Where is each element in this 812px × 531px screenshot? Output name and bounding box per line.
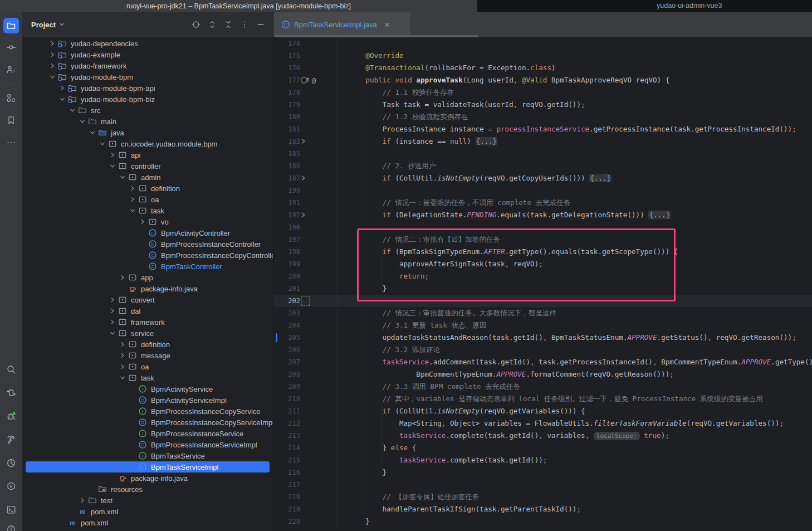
code-line-197[interactable]: 197 // 情况二：审批有【后】加签的任务 [273,233,812,246]
tree-item-bpmprocessinstancecopycontroller[interactable]: CBpmProcessInstanceCopyController [22,250,273,261]
tree-item-bpmtaskcontroller[interactable]: CBpmTaskController [22,261,273,272]
gutter[interactable]: 192 [273,209,336,221]
tree-item-definition[interactable]: definition [22,339,273,350]
code-line-175[interactable]: 175 @Override [273,50,812,62]
gutter[interactable]: 185 [273,148,336,160]
chevron-right-icon[interactable] [108,150,117,159]
chevron-down-icon[interactable] [88,128,97,137]
code-line-182[interactable]: 182 if (instance == null) {...} [273,135,812,148]
code-line-208[interactable]: 208 BpmCommentTypeEnum.APPROVE.formatCom… [273,368,812,381]
chevron-right-icon[interactable] [138,217,147,226]
gutter[interactable]: 199 [273,258,336,270]
tree-item-yudao-example[interactable]: yudao-example [22,49,273,60]
chevron-right-icon[interactable] [108,318,117,327]
code-line-220[interactable]: 220 } [273,515,812,528]
gutter[interactable]: 190 [273,184,336,197]
chevron-right-icon[interactable] [48,39,57,48]
code-line-192[interactable]: 192 if (DelegationState.PENDING.equals(t… [273,209,812,221]
chevron-right-icon[interactable] [48,50,57,59]
code-line-215[interactable]: 215 taskService.complete(task.getId()); [273,454,812,466]
gutter[interactable]: 206 [273,344,336,356]
horizontal-scrollbar-thumb[interactable] [275,35,478,37]
gutter[interactable]: 187 [273,172,336,184]
gutter-icons[interactable] [300,209,335,221]
gutter[interactable]: 179 [273,99,336,111]
change-marker[interactable] [276,333,277,342]
hide-icon[interactable] [256,20,265,29]
code-line-199[interactable]: 199 approveAfterSignTask(task, reqVO); [273,258,812,270]
code-line-176[interactable]: 176 @Transactional(rollbackFor = Excepti… [273,62,812,74]
project-panel-title[interactable]: Project [31,21,56,29]
gutter[interactable]: 215 [273,454,336,466]
tree-item[interactable] [22,528,273,531]
tree-item-java[interactable]: java [22,127,273,138]
services-icon[interactable] [3,479,19,494]
tree-item-bpmprocessinstanceserviceimpl[interactable]: CBpmProcessInstanceServiceImpl [22,439,273,450]
gutter[interactable]: 220 [273,515,336,528]
close-icon[interactable]: ✕ [384,21,390,29]
code-line-205[interactable]: 205 updateTaskStatusAndReason(task.getId… [273,332,812,344]
tree-item-bpmtaskservice[interactable]: IBpmTaskService [22,450,273,461]
gutter[interactable]: 203 [273,307,336,319]
tree-item-yudao-dependencies[interactable]: yudao-dependencies [22,38,273,49]
tree-item-bpmprocessinstancecopyservice[interactable]: IBpmProcessInstanceCopyService [22,406,273,417]
in-out-icon[interactable] [3,385,19,401]
code-line-196[interactable]: 196 [273,221,812,233]
gutter-icons[interactable] [300,135,335,148]
gutter[interactable]: 191 [273,197,336,209]
code-line-214[interactable]: 214 } else { [273,442,812,454]
locate-icon[interactable] [192,20,200,29]
structure-icon[interactable] [3,90,19,106]
chevron-down-icon[interactable] [98,139,107,148]
gutter[interactable]: 219 [273,503,336,515]
chevron-right-icon[interactable] [118,362,127,371]
gutter[interactable]: 180 [273,111,336,123]
tree-item-bpmprocessinstancecopyserviceimpl[interactable]: CBpmProcessInstanceCopyServiceImpl [22,417,273,428]
code-line-202[interactable]: 202 [273,295,812,307]
project-folder-icon[interactable] [3,18,19,33]
code-line-180[interactable]: 180 // 1.2 校验流程实例存在 [273,111,812,123]
chevron-down-icon[interactable] [58,95,67,104]
tree-item-resources[interactable]: resources [22,484,273,495]
tree-item-yudao-module-bpm-biz[interactable]: yudao-module-bpm-biz [22,94,273,105]
chevron-right-icon[interactable] [48,61,57,70]
code-line-212[interactable]: 212 Map<String, Object> variables = Flow… [273,417,812,430]
gutter[interactable]: 211 [273,405,336,417]
code-line-211[interactable]: 211 if (CollUtil.isNotEmpty(reqVO.getVar… [273,405,812,417]
code-line-177[interactable]: 177@ public void approveTask(Long userId… [273,74,812,86]
gutter[interactable]: 175 [273,50,336,62]
chevron-down-icon[interactable] [68,106,77,115]
chevron-down-icon[interactable] [128,206,137,215]
tree-item-bpmprocessinstancecontroller[interactable]: CBpmProcessInstanceController [22,238,273,250]
chevron-down-icon[interactable] [108,329,117,338]
code-line-191[interactable]: 191 // 情况一：被委派的任务，不调用 complete 去完成任务 [273,197,812,209]
code-line-198[interactable]: 198 if (BpmTaskSignTypeEnum.AFTER.getTyp… [273,246,812,258]
code-line-200[interactable]: 200 return; [273,270,812,282]
chevron-down-icon[interactable] [118,173,127,182]
more-icon[interactable] [3,135,19,150]
code-line-209[interactable]: 209 // 3.3 调用 BPM complete 去完成任务 [273,381,812,393]
gutter[interactable]: 207 [273,356,336,368]
gutter[interactable]: 196 [273,221,336,233]
code-line-207[interactable]: 207 taskService.addComment(task.getId(),… [273,356,812,368]
tree-item-bpmprocessinstanceservice[interactable]: IBpmProcessInstanceService [22,428,273,439]
code-editor[interactable]: 174 175 @Override176 @Transactional(roll… [273,37,812,531]
gutter[interactable]: 198 [273,246,336,258]
tree-item-bpmactivitycontroller[interactable]: CBpmActivityController [22,227,273,238]
tree-item-framework[interactable]: framework [22,316,273,328]
tree-item-task[interactable]: task [22,205,273,216]
chevron-right-icon[interactable] [128,195,137,204]
gutter[interactable]: 174 [273,37,336,50]
tree-item-bpmtaskserviceimpl[interactable]: CBpmTaskServiceImpl [26,461,270,472]
gutter[interactable]: 218 [273,491,336,503]
tree-item-dal[interactable]: dal [22,305,273,316]
gutter[interactable]: 217 [273,479,336,491]
chevron-right-icon[interactable] [118,340,127,349]
gutter[interactable]: 214 [273,442,336,454]
profiler-icon[interactable] [3,455,19,471]
chevron-right-icon[interactable] [78,496,87,505]
gutter[interactable]: 178 [273,86,336,99]
gutter[interactable]: 213 [273,430,336,442]
pull-requests-icon[interactable]: ? [3,62,19,77]
gutter[interactable]: 212 [273,417,336,430]
